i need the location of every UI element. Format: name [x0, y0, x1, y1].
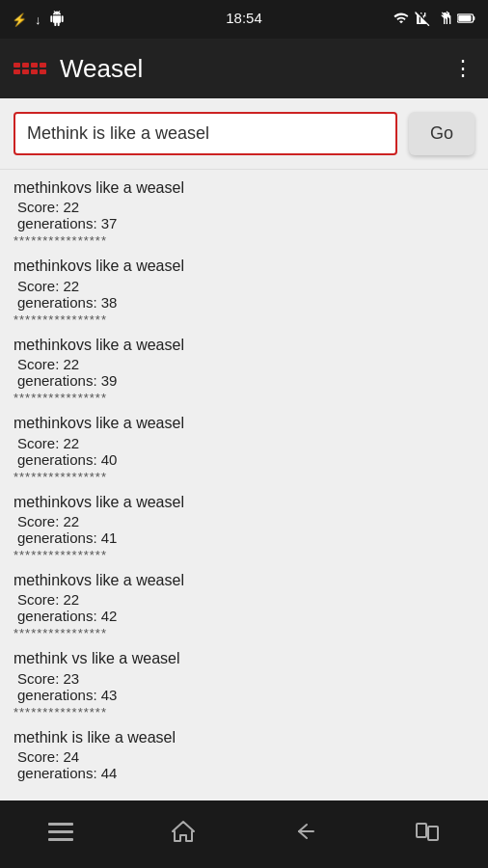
- result-stars: ****************: [14, 311, 474, 329]
- svg-marker-6: [173, 822, 194, 841]
- result-score: Score: 22: [14, 356, 474, 372]
- result-stars: ****************: [14, 468, 474, 486]
- target-string-input[interactable]: [14, 112, 397, 155]
- svg-rect-3: [48, 823, 73, 826]
- result-group: methinkovs like a weaselScore: 22generat…: [0, 331, 488, 409]
- nav-home-icon[interactable]: [171, 820, 196, 849]
- result-score: Score: 23: [14, 670, 474, 687]
- svg-rect-2: [458, 15, 471, 21]
- result-group: methinkovs like a weaselScore: 22generat…: [0, 174, 488, 252]
- result-phrase: methinkovs like a weasel: [14, 256, 474, 277]
- result-generation: generations: 39: [14, 372, 474, 389]
- battery-icon: [457, 13, 476, 27]
- result-generation: generations: 42: [14, 608, 474, 624]
- keyboard-key-1: [14, 63, 20, 68]
- overflow-menu-button[interactable]: ⋮: [452, 56, 474, 81]
- status-bar-time: 18:54: [226, 10, 262, 26]
- keyboard-key-2: [22, 63, 29, 68]
- result-group: methink vs like a weaselScore: 23generat…: [0, 644, 488, 722]
- result-group: methinkovs like a weaselScore: 22generat…: [0, 409, 488, 487]
- keyboard-key-8: [40, 69, 46, 74]
- result-stars: ****************: [14, 703, 474, 721]
- go-button[interactable]: Go: [409, 112, 474, 155]
- keyboard-key-6: [22, 69, 29, 74]
- result-phrase: methink vs like a weasel: [14, 648, 474, 669]
- svg-rect-5: [48, 838, 73, 841]
- result-stars: ****************: [14, 624, 474, 642]
- main-content: Go methinkovs like a weaselScore: 22gene…: [0, 98, 488, 800]
- svg-rect-8: [417, 824, 426, 837]
- app-bar-left: Weasel: [14, 54, 143, 84]
- android-icon: [49, 11, 65, 29]
- result-generation: generations: 37: [14, 215, 474, 231]
- result-stars: ****************: [14, 231, 474, 250]
- svg-rect-9: [428, 827, 438, 840]
- wifi-icon: [393, 11, 409, 29]
- result-phrase: methinkovs like a weasel: [14, 413, 474, 434]
- result-phrase: methinkovs like a weasel: [14, 335, 474, 356]
- result-score: Score: 24: [14, 748, 474, 765]
- result-group: methinkovs like a weaselScore: 22generat…: [0, 488, 488, 566]
- result-group: methink is like a weaselScore: 24generat…: [0, 723, 488, 783]
- nav-back-icon[interactable]: [292, 820, 317, 849]
- result-phrase: methinkovs like a weasel: [14, 177, 474, 199]
- result-generation: generations: 41: [14, 529, 474, 546]
- result-score: Score: 22: [14, 513, 474, 529]
- keyboard-key-7: [31, 69, 38, 74]
- app-bar: Weasel ⋮: [0, 39, 488, 98]
- keyboard-key-4: [40, 63, 46, 68]
- result-score: Score: 22: [14, 591, 474, 608]
- result-score: Score: 22: [14, 199, 474, 215]
- svg-rect-4: [48, 830, 73, 833]
- result-score: Score: 22: [14, 278, 474, 294]
- result-generation: generations: 40: [14, 451, 474, 468]
- input-area: Go: [0, 98, 488, 170]
- result-group: methinkovs like a weaselScore: 22generat…: [0, 252, 488, 330]
- result-score: Score: 22: [14, 435, 474, 451]
- result-phrase: methinkovs like a weasel: [14, 492, 474, 513]
- keyboard-key-5: [14, 69, 20, 74]
- status-bar-left-icons: ⚡ ↓: [12, 11, 65, 29]
- result-generation: generations: 38: [14, 294, 474, 311]
- status-bar: ⚡ ↓ 18:54: [0, 0, 488, 39]
- result-generation: generations: 43: [14, 687, 474, 703]
- result-group: methinkovs like a weaselScore: 22generat…: [0, 566, 488, 644]
- nav-menu-icon[interactable]: [48, 821, 73, 848]
- result-stars: ****************: [14, 546, 474, 564]
- app-title: Weasel: [60, 54, 143, 84]
- status-bar-right-icons: [393, 11, 476, 29]
- usb-icon: ⚡: [12, 13, 27, 27]
- nav-recent-icon[interactable]: [415, 820, 440, 849]
- keyboard-icon: [14, 63, 46, 74]
- svg-rect-1: [474, 15, 475, 19]
- signal-x-icon: [436, 11, 451, 29]
- result-phrase: methink is like a weasel: [14, 727, 474, 748]
- bottom-nav: [0, 800, 488, 868]
- signal-icon: [415, 11, 430, 29]
- download-icon: ↓: [35, 13, 41, 27]
- result-generation: generations: 44: [14, 765, 474, 781]
- results-container: methinkovs like a weaselScore: 22generat…: [0, 170, 488, 787]
- result-phrase: methinkovs like a weasel: [14, 570, 474, 591]
- keyboard-key-3: [31, 63, 38, 68]
- result-stars: ****************: [14, 389, 474, 407]
